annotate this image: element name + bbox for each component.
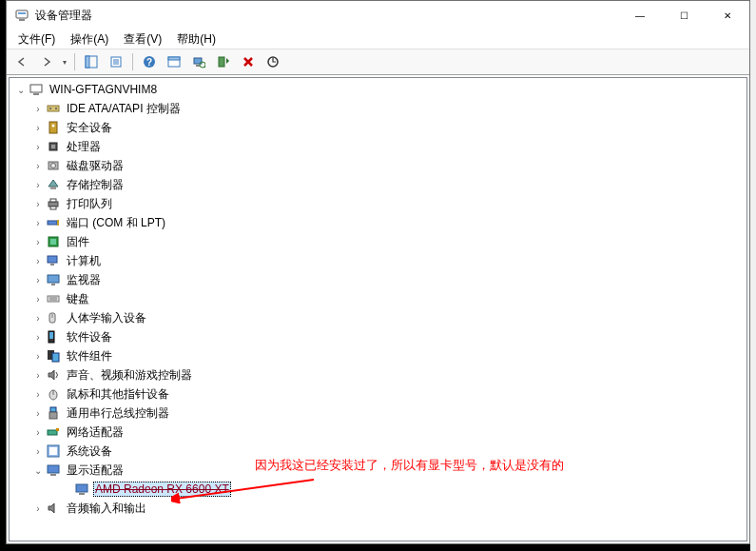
expander-icon[interactable]: › <box>30 158 46 173</box>
svg-rect-40 <box>48 256 57 263</box>
svg-text:?: ? <box>146 57 152 68</box>
hid-icon <box>46 310 61 325</box>
node-label: 端口 (COM 和 LPT) <box>65 214 167 232</box>
pc-icon <box>29 82 44 97</box>
properties-button[interactable] <box>105 51 127 72</box>
expander-icon[interactable]: › <box>30 443 46 459</box>
showhide-tree-button[interactable] <box>80 51 103 72</box>
help-button[interactable]: ? <box>138 51 161 72</box>
svg-rect-22 <box>33 93 39 95</box>
details-button[interactable] <box>163 51 185 72</box>
sound-icon <box>46 367 61 383</box>
tree-category-13[interactable]: ›软件组件 <box>10 346 746 365</box>
tree-category-20[interactable]: ›音频输入和输出 <box>10 499 746 518</box>
svg-rect-58 <box>56 428 59 431</box>
expander-icon[interactable]: › <box>30 101 46 116</box>
expander-icon[interactable]: › <box>30 234 46 249</box>
tree-category-4[interactable]: ›存储控制器 <box>10 175 746 194</box>
svg-rect-50 <box>49 332 53 339</box>
menu-file[interactable]: 文件(F) <box>10 30 63 49</box>
expander-icon[interactable]: ⌄ <box>13 82 29 97</box>
tree-category-14[interactable]: ›声音、视频和游戏控制器 <box>10 365 746 384</box>
expander-icon[interactable]: › <box>30 272 46 287</box>
svg-rect-23 <box>48 106 59 111</box>
node-label: IDE ATA/ATAPI 控制器 <box>65 100 183 118</box>
node-label: WIN-GFTAGNVHIM8 <box>48 82 159 97</box>
expander-icon[interactable]: ⌄ <box>30 462 46 478</box>
tree-category-19[interactable]: ⌄显示适配器 <box>10 461 746 480</box>
svg-rect-34 <box>50 199 56 202</box>
update-driver-button[interactable] <box>262 51 284 72</box>
node-label: 监视器 <box>65 271 103 289</box>
expander-icon[interactable]: › <box>30 386 46 402</box>
tree-panel[interactable]: ⌄WIN-GFTAGNVHIM8›IDE ATA/ATAPI 控制器›安全设备›… <box>9 77 747 541</box>
monitor-icon <box>46 272 61 287</box>
svg-rect-55 <box>50 407 56 412</box>
tree-category-1[interactable]: ›安全设备 <box>10 118 746 137</box>
svg-point-31 <box>51 164 56 168</box>
expander-icon[interactable]: › <box>30 405 46 421</box>
node-label: 软件设备 <box>65 328 114 346</box>
menu-action[interactable]: 操作(A) <box>63 30 116 49</box>
svg-rect-52 <box>52 353 59 362</box>
svg-rect-57 <box>48 430 57 435</box>
tree-root[interactable]: ⌄WIN-GFTAGNVHIM8 <box>10 80 746 99</box>
tree-device-19-0[interactable]: AMD Radeon RX 6600 XT <box>10 480 746 499</box>
tree-category-17[interactable]: ›网络适配器 <box>10 423 746 442</box>
svg-rect-35 <box>50 207 56 209</box>
tree-category-18[interactable]: ›系统设备 <box>10 442 746 461</box>
firmware-icon <box>46 234 61 249</box>
tree-category-9[interactable]: ›监视器 <box>10 270 746 289</box>
menu-view[interactable]: 查看(V) <box>116 30 169 49</box>
svg-rect-32 <box>50 187 56 189</box>
expander-icon[interactable]: › <box>30 367 46 383</box>
menu-help[interactable]: 帮助(H) <box>169 30 223 49</box>
system-icon <box>46 443 61 459</box>
expander-icon[interactable]: › <box>30 215 46 230</box>
expander-icon[interactable]: › <box>30 329 46 344</box>
tree-category-7[interactable]: ›固件 <box>10 232 746 251</box>
svg-point-27 <box>52 125 55 128</box>
svg-rect-36 <box>48 221 57 225</box>
tree-category-12[interactable]: ›软件设备 <box>10 327 746 346</box>
svg-rect-48 <box>51 313 53 318</box>
expander-icon[interactable]: › <box>30 139 46 154</box>
expander-icon[interactable]: › <box>30 196 46 211</box>
expander-icon[interactable]: › <box>30 424 46 440</box>
minimize-button[interactable]: — <box>618 1 662 30</box>
expander-icon[interactable] <box>59 482 74 497</box>
nav-back-button[interactable] <box>10 51 33 72</box>
maximize-button[interactable]: ☐ <box>662 1 706 30</box>
expander-icon[interactable]: › <box>30 310 46 325</box>
tree-category-8[interactable]: ›计算机 <box>10 251 746 270</box>
scan-button[interactable] <box>187 51 210 72</box>
node-label: 鼠标和其他指针设备 <box>65 385 171 403</box>
tree-category-16[interactable]: ›通用串行总线控制器 <box>10 403 746 423</box>
expander-icon[interactable]: › <box>30 348 46 364</box>
uninstall-button[interactable] <box>237 51 260 72</box>
add-legacy-button[interactable] <box>212 51 235 72</box>
printer-icon <box>46 196 61 211</box>
tree-category-6[interactable]: ›端口 (COM 和 LPT) <box>10 213 746 232</box>
nav-forward-button[interactable] <box>35 51 58 72</box>
expander-icon[interactable]: › <box>30 291 46 306</box>
nav-dropdown[interactable]: ▾ <box>60 58 69 67</box>
tree-category-10[interactable]: ›键盘 <box>10 289 746 308</box>
tree-category-5[interactable]: ›打印队列 <box>10 194 746 213</box>
expander-icon[interactable]: › <box>30 120 46 135</box>
expander-icon[interactable]: › <box>30 253 46 268</box>
expander-icon[interactable]: › <box>30 501 46 516</box>
svg-rect-14 <box>196 65 200 67</box>
svg-rect-41 <box>50 264 54 266</box>
tree-category-11[interactable]: ›人体学输入设备 <box>10 308 746 327</box>
tree-category-3[interactable]: ›磁盘驱动器 <box>10 156 746 175</box>
security-icon <box>46 120 61 135</box>
node-label: 软件组件 <box>65 347 114 365</box>
tree-category-0[interactable]: ›IDE ATA/ATAPI 控制器 <box>10 99 746 118</box>
expander-icon[interactable]: › <box>30 177 46 192</box>
display-icon <box>46 462 61 478</box>
tree-category-2[interactable]: ›处理器 <box>10 137 746 156</box>
toolbar: ▾ ? <box>7 49 749 75</box>
tree-category-15[interactable]: ›鼠标和其他指针设备 <box>10 384 746 403</box>
close-button[interactable]: ✕ <box>706 1 749 30</box>
